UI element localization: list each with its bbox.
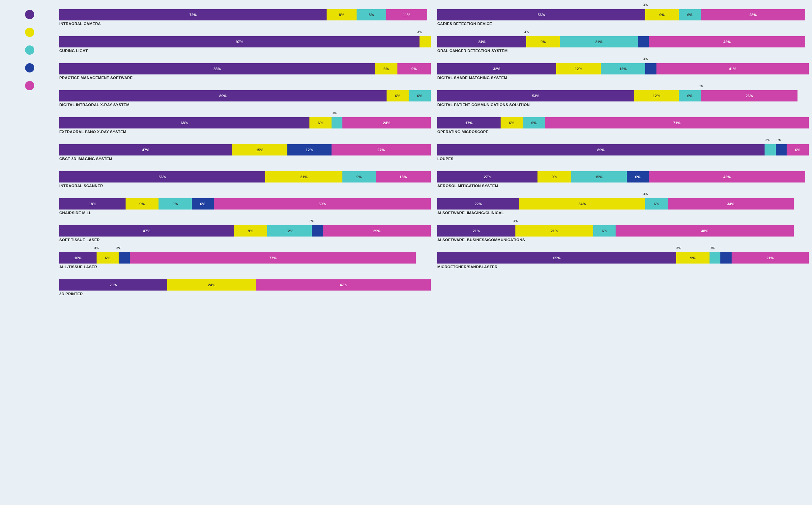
bar-segment-purple: 24% (437, 36, 526, 47)
legend-item-use (7, 10, 53, 21)
bar-segment-pink: 11% (386, 9, 427, 20)
bar-segment-teal: 6% (523, 117, 545, 129)
legend-item-purchase (7, 28, 53, 39)
bar-segment-pink: 27% (332, 144, 431, 156)
bar-segment-yellow: 9% (676, 252, 709, 264)
bar-segment-pink: 77% (130, 252, 416, 264)
bar-segment-teal: 6% (409, 90, 431, 102)
bar-row: 27%9%15%6%42% (437, 171, 809, 182)
chart-item: 3%24%9%21%42%ORAL CANCER DETECTION SYSTE… (437, 30, 809, 53)
above-bar-label: 3% (643, 57, 648, 61)
chart-label: DIGITAL INTRAORAL X-RAY SYSTEM (59, 103, 431, 107)
above-bar-label: 3% (94, 246, 99, 250)
bar-segment-pink: 71% (545, 117, 809, 129)
legend-dot-teal (25, 45, 34, 55)
bar-segment-pink: 21% (732, 252, 809, 264)
right-chart-column: 3%56%9%6%28%CARIES DETECTION DEVICE3%24%… (437, 3, 809, 298)
bar-segment-yellow: 12% (556, 63, 601, 74)
bar-segment-blue (645, 63, 656, 74)
bar-segment-blue (312, 225, 323, 236)
bar-segment-teal (332, 117, 342, 129)
bar-segment-yellow: 24% (167, 279, 256, 291)
bar-segment-purple: 65% (437, 252, 676, 264)
bar-segment-pink: 42% (649, 171, 805, 182)
bar-segment-pink: 41% (656, 63, 809, 74)
bar-segment-teal (709, 252, 720, 264)
above-bar-label: 3% (777, 138, 781, 142)
main-container: 72%8%8%11%INTRAORAL CAMERA3%97%CURING LI… (3, 3, 809, 298)
legend-item-noplan (7, 81, 53, 92)
bar-row: 47%15%12%27% (59, 144, 431, 156)
bar-row: 18%9%9%6%59% (59, 198, 431, 209)
chart-item: 3%3%65%9%21%MICROETCHER/SANDBLASTER (437, 246, 809, 269)
bar-segment-teal: 8% (357, 9, 386, 20)
bar-segment-pink: 42% (649, 36, 805, 47)
bar-segment-blue: 6% (192, 198, 214, 209)
above-bar-label: 3% (513, 219, 517, 223)
chart-label: DIGITAL SHADE MATCHING SYSTEM (437, 76, 809, 80)
bar-segment-pink: 59% (214, 198, 431, 209)
bar-row: 22%34%6%34% (437, 198, 809, 209)
chart-item: 3%53%12%6%26%DIGITAL PATIENT COMMUNICATI… (437, 84, 809, 107)
bar-row: 32%12%12%41% (437, 63, 809, 74)
chart-item: 3%32%12%12%41%DIGITAL SHADE MATCHING SYS… (437, 57, 809, 80)
bar-segment-purple: 29% (59, 279, 167, 291)
bar-segment-purple: 97% (59, 36, 420, 47)
bar-segment-yellow: 21% (265, 171, 342, 182)
above-bar-label: 3% (699, 84, 703, 88)
bar-row: 89%6% (437, 144, 809, 156)
above-bar-label: 3% (643, 3, 648, 7)
bar-row: 56%9%6%28% (437, 9, 809, 20)
chart-item: 47%15%12%27%CBCT 3D IMAGING SYSTEM (59, 138, 431, 161)
bar-segment-yellow: 9% (645, 9, 678, 20)
bar-row: 17%6%6%71% (437, 117, 809, 129)
legend-panel (3, 3, 56, 298)
charts-container: 72%8%8%11%INTRAORAL CAMERA3%97%CURING LI… (59, 3, 809, 298)
bar-segment-yellow: 12% (634, 90, 678, 102)
chart-label: AEROSOL MITIGATION SYSTEM (437, 184, 809, 188)
bar-row: 56%21%9%15% (59, 171, 431, 182)
bar-segment-yellow: 6% (97, 252, 119, 264)
bar-segment-yellow: 34% (519, 198, 645, 209)
bar-segment-teal: 9% (342, 171, 375, 182)
bar-segment-teal: 9% (159, 198, 191, 209)
bar-segment-purple: 27% (437, 171, 537, 182)
bar-segment-teal: 6% (679, 90, 701, 102)
chart-label: INTRAORAL CAMERA (59, 22, 431, 26)
bar-segment-yellow: 9% (526, 36, 559, 47)
chart-label: CBCT 3D IMAGING SYSTEM (59, 157, 431, 161)
bar-row: 53%12%6%26% (437, 90, 809, 102)
bar-segment-yellow: 6% (375, 63, 397, 74)
bar-segment-pink: 34% (668, 198, 794, 209)
bar-segment-purple: 68% (59, 117, 309, 129)
chart-item: 72%8%8%11%INTRAORAL CAMERA (59, 3, 431, 26)
chart-item: 27%9%15%6%42%AEROSOL MITIGATION SYSTEM (437, 165, 809, 188)
above-bar-label: 3% (676, 246, 681, 250)
bar-segment-blue (638, 36, 649, 47)
bar-segment-blue (119, 252, 130, 264)
bar-segment-blue: 6% (627, 171, 649, 182)
chart-item: 3%3%89%6%LOUPES (437, 138, 809, 161)
bar-segment-pink: 29% (323, 225, 431, 236)
bar-segment-yellow: 15% (232, 144, 287, 156)
bar-segment-teal: 6% (593, 225, 616, 236)
bar-segment-purple: 10% (59, 252, 97, 264)
chart-item: 89%6%6%DIGITAL INTRAORAL X-RAY SYSTEM (59, 84, 431, 107)
bar-segment-blue: 12% (287, 144, 332, 156)
chart-item: 85%6%9%PRACTICE MANAGEMENT SOFTWARE (59, 57, 431, 80)
bar-row: 65%9%21% (437, 252, 809, 264)
above-bar-label: 3% (643, 192, 648, 196)
chart-item: 3%97%CURING LIGHT (59, 30, 431, 53)
chart-item: 3%56%9%6%28%CARIES DETECTION DEVICE (437, 3, 809, 26)
bar-row: 21%21%6%48% (437, 225, 809, 236)
bar-segment-purple: 89% (59, 90, 386, 102)
bar-row: 29%24%47% (59, 279, 431, 291)
legend-item-previously (7, 45, 53, 57)
bar-segment-pink: 26% (701, 90, 798, 102)
bar-row: 72%8%8%11% (59, 9, 431, 20)
bar-row: 97% (59, 36, 431, 47)
above-bar-label: 3% (524, 30, 529, 34)
above-bar-label: 3% (766, 138, 770, 142)
above-bar-label: 3% (417, 30, 422, 34)
above-bar-label: 3% (710, 246, 714, 250)
